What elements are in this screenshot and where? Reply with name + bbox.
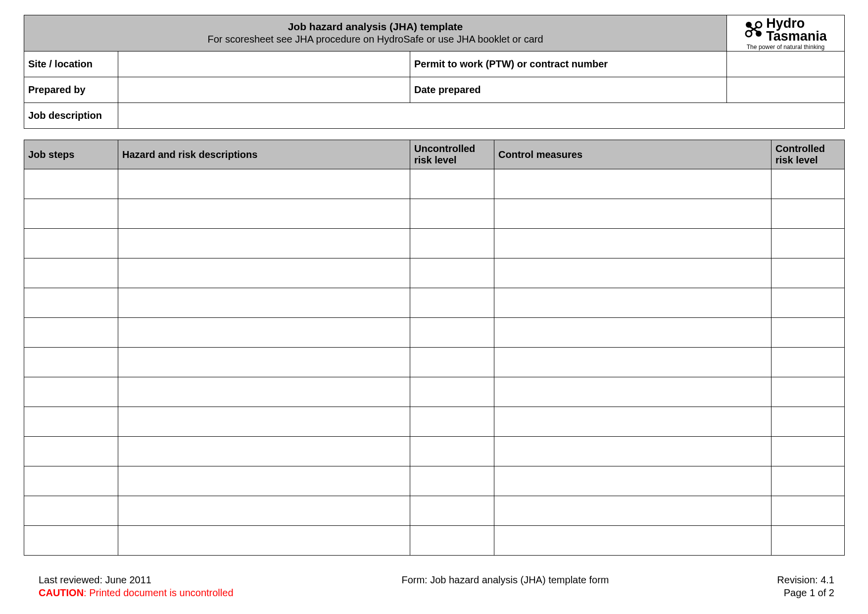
cell-job_steps[interactable]: [24, 526, 118, 556]
cell-job_steps[interactable]: [24, 377, 118, 407]
cell-controlled[interactable]: [772, 466, 845, 496]
table-row: [24, 377, 845, 407]
logo-line1: Hydro: [766, 17, 805, 30]
cell-hazard[interactable]: [118, 437, 410, 466]
cell-control[interactable]: [494, 288, 772, 318]
cell-job_steps[interactable]: [24, 288, 118, 318]
cell-uncontrolled[interactable]: [410, 169, 494, 199]
cell-job_steps[interactable]: [24, 348, 118, 377]
cell-control[interactable]: [494, 407, 772, 437]
table-row: [24, 526, 845, 556]
revision: Revision: 4.1: [777, 573, 834, 586]
col-hazard: Hazard and risk descriptions: [118, 140, 410, 169]
cell-job_steps[interactable]: [24, 437, 118, 466]
cell-controlled[interactable]: [772, 288, 845, 318]
table-row: [24, 437, 845, 466]
table-row: [24, 199, 845, 229]
table-row: [24, 496, 845, 526]
cell-hazard[interactable]: [118, 318, 410, 348]
cell-controlled[interactable]: [772, 318, 845, 348]
cell-uncontrolled[interactable]: [410, 229, 494, 258]
cell-hazard[interactable]: [118, 348, 410, 377]
cell-control[interactable]: [494, 466, 772, 496]
table-row: [24, 318, 845, 348]
cell-controlled[interactable]: [772, 258, 845, 288]
cell-controlled[interactable]: [772, 348, 845, 377]
cell-hazard[interactable]: [118, 526, 410, 556]
cell-control[interactable]: [494, 318, 772, 348]
cell-control[interactable]: [494, 437, 772, 466]
cell-controlled[interactable]: [772, 526, 845, 556]
cell-uncontrolled[interactable]: [410, 348, 494, 377]
cell-job_steps[interactable]: [24, 407, 118, 437]
logo-cell: Hydro Tasmania The power of natural thin…: [727, 15, 845, 51]
caution-label: CAUTION: [39, 587, 84, 598]
cell-hazard[interactable]: [118, 229, 410, 258]
cell-controlled[interactable]: [772, 437, 845, 466]
caution-text: : Printed document is uncontrolled: [84, 587, 233, 598]
form-title: Job hazard analysis (JHA) template: [28, 21, 723, 33]
date-prepared-value[interactable]: [727, 77, 845, 103]
cell-uncontrolled[interactable]: [410, 377, 494, 407]
header-title-cell: Job hazard analysis (JHA) template For s…: [24, 15, 727, 51]
cell-control[interactable]: [494, 199, 772, 229]
permit-value[interactable]: [727, 51, 845, 77]
cell-uncontrolled[interactable]: [410, 466, 494, 496]
form-name: Form: Job hazard analysis (JHA) template…: [401, 574, 609, 585]
job-description-label: Job description: [24, 103, 118, 129]
page-footer: Last reviewed: June 2011 CAUTION: Printe…: [24, 573, 844, 599]
cell-control[interactable]: [494, 229, 772, 258]
job-steps-table: Job steps Hazard and risk descriptions U…: [24, 140, 845, 556]
last-reviewed-label: Last reviewed:: [39, 574, 105, 585]
permit-label: Permit to work (PTW) or contract number: [410, 51, 727, 77]
cell-job_steps[interactable]: [24, 318, 118, 348]
cell-control[interactable]: [494, 258, 772, 288]
last-reviewed-value: June 2011: [105, 574, 151, 585]
cell-uncontrolled[interactable]: [410, 258, 494, 288]
cell-hazard[interactable]: [118, 258, 410, 288]
table-row: [24, 229, 845, 258]
cell-control[interactable]: [494, 169, 772, 199]
form-subtitle: For scoresheet see JHA procedure on Hydr…: [28, 34, 723, 45]
cell-control[interactable]: [494, 496, 772, 526]
cell-uncontrolled[interactable]: [410, 407, 494, 437]
cell-hazard[interactable]: [118, 288, 410, 318]
cell-job_steps[interactable]: [24, 199, 118, 229]
cell-controlled[interactable]: [772, 496, 845, 526]
cell-uncontrolled[interactable]: [410, 437, 494, 466]
cell-uncontrolled[interactable]: [410, 526, 494, 556]
cell-control[interactable]: [494, 377, 772, 407]
cell-job_steps[interactable]: [24, 496, 118, 526]
cell-job_steps[interactable]: [24, 169, 118, 199]
cell-hazard[interactable]: [118, 407, 410, 437]
col-uncontrolled: Uncontrolled risk level: [410, 140, 494, 169]
cell-controlled[interactable]: [772, 377, 845, 407]
cell-hazard[interactable]: [118, 377, 410, 407]
cell-control[interactable]: [494, 348, 772, 377]
header-info-table: Job hazard analysis (JHA) template For s…: [24, 15, 845, 129]
cell-uncontrolled[interactable]: [410, 318, 494, 348]
cell-controlled[interactable]: [772, 199, 845, 229]
cell-control[interactable]: [494, 526, 772, 556]
cell-job_steps[interactable]: [24, 229, 118, 258]
cell-hazard[interactable]: [118, 199, 410, 229]
cell-hazard[interactable]: [118, 496, 410, 526]
cell-uncontrolled[interactable]: [410, 199, 494, 229]
cell-uncontrolled[interactable]: [410, 496, 494, 526]
cell-controlled[interactable]: [772, 169, 845, 199]
cell-job_steps[interactable]: [24, 258, 118, 288]
site-location-value[interactable]: [118, 51, 410, 77]
cell-controlled[interactable]: [772, 407, 845, 437]
prepared-by-label: Prepared by: [24, 77, 118, 103]
col-controlled: Controlled risk level: [772, 140, 845, 169]
cell-hazard[interactable]: [118, 466, 410, 496]
table-row: [24, 258, 845, 288]
cell-hazard[interactable]: [118, 169, 410, 199]
site-location-label: Site / location: [24, 51, 118, 77]
cell-job_steps[interactable]: [24, 466, 118, 496]
cell-uncontrolled[interactable]: [410, 288, 494, 318]
job-description-value[interactable]: [118, 103, 845, 129]
table-row: [24, 288, 845, 318]
cell-controlled[interactable]: [772, 229, 845, 258]
prepared-by-value[interactable]: [118, 77, 410, 103]
